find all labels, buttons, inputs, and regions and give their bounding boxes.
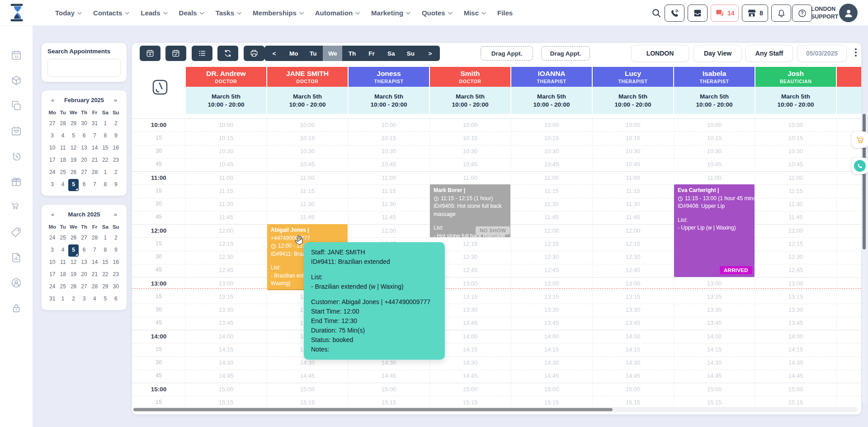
slot-cell[interactable]: 11:30 (755, 201, 836, 207)
day-cell[interactable]: 11 (57, 257, 68, 269)
slot-cell[interactable]: 10:15 (185, 135, 267, 141)
slot-cell[interactable]: 15:00 (185, 386, 267, 393)
slot-cell[interactable]: 13:00 (755, 280, 836, 287)
slot-cell[interactable]: 10:00 (267, 122, 348, 128)
slot-cell[interactable]: 13:00 (836, 280, 861, 287)
day-cell[interactable]: 10 (47, 257, 57, 269)
prev-day-button[interactable]: < (264, 46, 284, 61)
day-cell[interactable]: 7 (90, 179, 100, 191)
slot-cell[interactable]: 11:15 (185, 188, 267, 194)
day-cell[interactable]: 29 (100, 281, 110, 293)
day-cell[interactable]: 7 (90, 130, 100, 142)
nav-item-contacts[interactable]: Contacts (93, 9, 129, 17)
slot-cell[interactable]: 11:45 (267, 214, 348, 221)
slot-cell[interactable]: 14:30 (429, 359, 511, 366)
day-cell[interactable]: 11 (57, 142, 68, 155)
print-button[interactable] (244, 46, 264, 61)
slot-cell[interactable]: 10:00 (836, 122, 861, 128)
slot-cell[interactable]: 13:30 (674, 306, 755, 313)
location-select[interactable]: LONDON (631, 45, 689, 62)
slot-cell[interactable]: 10:45 (674, 161, 755, 168)
chat-button[interactable]: 14 (711, 5, 739, 22)
staff-header-partial[interactable] (837, 67, 861, 87)
sidebar-gift-icon[interactable] (10, 176, 22, 188)
more-options-button[interactable] (852, 48, 860, 59)
sidebar-report-icon[interactable] (10, 252, 22, 263)
nav-item-deals[interactable]: Deals (179, 9, 204, 17)
slot-cell[interactable]: 13:15 (592, 293, 674, 300)
cart-fab-button[interactable] (852, 131, 868, 148)
slot-cell[interactable]: 10:45 (267, 161, 348, 168)
day-cell[interactable]: 22 (100, 155, 110, 167)
slot-cell[interactable]: 11:00 (429, 174, 511, 181)
day-cell[interactable]: 1 (100, 118, 110, 130)
day-cell[interactable]: 25 (57, 167, 68, 179)
staff-header-lucy[interactable]: LucyTHERAPIST (593, 67, 673, 87)
slot-cell[interactable]: 11:00 (511, 174, 592, 181)
slot-cell[interactable]: 10:30 (674, 148, 755, 155)
horizontal-scrollbar[interactable] (133, 407, 858, 412)
slot-cell[interactable]: 13:30 (592, 306, 674, 313)
slot-cell[interactable]: 11:15 (348, 188, 429, 194)
slot-cell[interactable]: 12:00 (185, 227, 267, 234)
day-segment-fr[interactable]: Fr (362, 46, 382, 61)
sidebar-history-icon[interactable] (10, 150, 22, 162)
day-cell[interactable]: 1 (57, 293, 68, 305)
slot-cell[interactable]: 10:15 (429, 135, 511, 141)
day-cell[interactable]: 3 (79, 293, 89, 305)
sidebar-copy-icon[interactable] (10, 100, 22, 112)
day-cell[interactable]: 15 (100, 142, 110, 155)
slot-cell[interactable]: 13:15 (674, 293, 755, 300)
prev-month-button[interactable]: « (50, 97, 56, 103)
day-cell[interactable]: 6 (111, 293, 121, 305)
day-cell[interactable]: 1 (100, 167, 110, 179)
slot-cell[interactable]: 11:30 (511, 201, 592, 207)
slot-cell[interactable]: 13:45 (674, 319, 755, 326)
day-cell[interactable]: 18 (57, 269, 68, 281)
slot-cell[interactable]: 14:00 (674, 333, 755, 340)
slot-cell[interactable]: 10:30 (185, 148, 267, 155)
day-cell[interactable]: 7 (90, 244, 100, 257)
day-segment-tu[interactable]: Tu (303, 46, 323, 61)
day-cell[interactable]: 25 (57, 232, 68, 244)
slot-cell[interactable]: 13:15 (836, 293, 861, 300)
nav-item-misc[interactable]: Misc (464, 9, 486, 17)
day-cell[interactable]: 9 (111, 244, 121, 257)
slot-cell[interactable]: 14:30 (185, 359, 267, 366)
search-icon[interactable] (651, 8, 662, 19)
day-cell[interactable]: 31 (47, 293, 57, 305)
slot-cell[interactable]: 11:45 (348, 214, 429, 221)
slot-cell[interactable]: 13:30 (511, 306, 592, 313)
slot-cell[interactable]: 14:00 (755, 333, 836, 340)
next-month-button[interactable]: » (113, 97, 118, 103)
slot-cell[interactable]: 13:00 (511, 280, 592, 287)
confirm-appointments-button[interactable] (165, 46, 186, 61)
day-cell[interactable]: 20 (79, 269, 89, 281)
slot-cell[interactable]: 10:15 (755, 135, 836, 141)
day-cell[interactable]: 30 (111, 281, 121, 293)
day-cell[interactable]: 2 (111, 167, 121, 179)
selected-day-cell[interactable]: 5 (68, 244, 79, 257)
slot-cell[interactable]: 12:30 (836, 253, 861, 260)
slot-cell[interactable]: 15:15 (429, 399, 511, 406)
avatar[interactable] (839, 4, 858, 22)
slot-cell[interactable]: 11:45 (185, 214, 267, 221)
slot-cell[interactable]: 14:00 (511, 333, 592, 340)
slot-cell[interactable]: 11:45 (511, 214, 592, 221)
slot-cell[interactable]: 14:30 (267, 359, 348, 366)
day-cell[interactable]: 23 (111, 155, 121, 167)
slot-cell[interactable]: 10:00 (429, 122, 511, 128)
nav-item-today[interactable]: Today (55, 9, 82, 17)
slot-cell[interactable]: 11:30 (185, 201, 267, 207)
staff-header-dr-andrew[interactable]: DR. AndrewDOCTOR (186, 67, 266, 87)
day-cell[interactable]: 15 (100, 257, 110, 269)
app-logo[interactable] (8, 3, 25, 23)
day-cell[interactable]: 13 (79, 142, 89, 155)
day-segment-su[interactable]: Su (401, 46, 420, 61)
help-button[interactable] (792, 5, 812, 22)
slot-cell[interactable]: 13:45 (755, 319, 836, 326)
slot-cell[interactable]: 10:15 (348, 135, 429, 141)
day-cell[interactable]: 2 (68, 293, 79, 305)
day-cell[interactable]: 14 (90, 257, 100, 269)
nav-item-tasks[interactable]: Tasks (216, 9, 241, 17)
